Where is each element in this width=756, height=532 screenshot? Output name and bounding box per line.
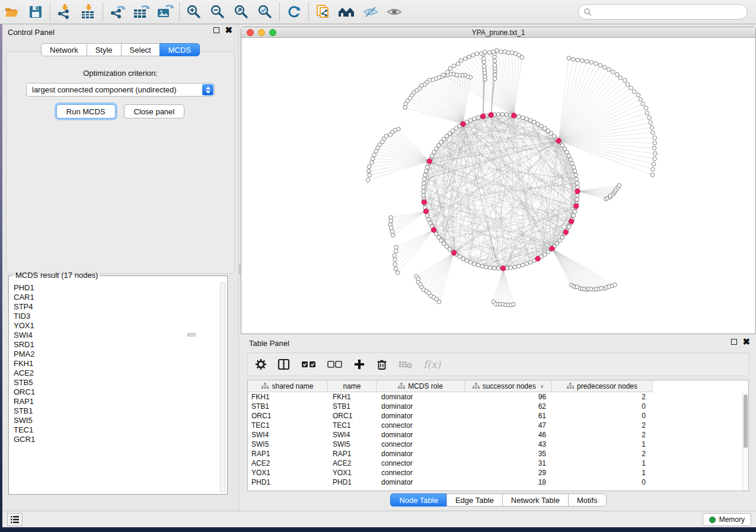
export-table-button[interactable]	[129, 2, 153, 22]
mcds-panel: Optimization criterion: largest connecte…	[6, 52, 235, 274]
deselect-all-icon[interactable]	[327, 360, 343, 369]
memory-button[interactable]: Memory	[703, 513, 751, 526]
table-row[interactable]: ACE2ACE2connector311	[248, 459, 742, 468]
minimize-window-icon[interactable]	[258, 29, 265, 36]
delete-icon[interactable]	[376, 358, 388, 370]
mcds-result-item[interactable]: GCR1	[14, 435, 219, 444]
task-history-button[interactable]	[7, 513, 23, 526]
search-field[interactable]	[578, 4, 748, 20]
table-panel: Table Panel ✖	[241, 336, 756, 511]
table-cell: dominator	[377, 402, 465, 411]
mcds-list-scrollbar[interactable]	[220, 282, 225, 492]
table-row[interactable]: YOX1YOX1connector291	[248, 468, 742, 477]
table-row[interactable]: STB1STB1dominator620	[248, 402, 742, 411]
table-cell: 96	[465, 393, 552, 401]
mcds-result-item[interactable]: STB5	[14, 378, 219, 387]
criterion-select[interactable]: largest connected component (undirected)	[26, 83, 215, 97]
table-scrollbar[interactable]	[742, 392, 748, 491]
mcds-result-item[interactable]: FKH1	[14, 359, 219, 368]
table-cell: 62	[465, 402, 552, 411]
run-mcds-button[interactable]: Run MCDS	[56, 104, 116, 118]
column-header-name[interactable]: name	[328, 380, 377, 392]
control-panel-title: Control Panel	[8, 28, 55, 37]
first-neighbors-button[interactable]	[335, 2, 359, 22]
float-panel-icon[interactable]	[213, 27, 219, 33]
add-column-icon[interactable]	[353, 358, 365, 370]
table-settings-gear-icon[interactable]	[255, 358, 267, 370]
export-image-button[interactable]	[153, 2, 177, 22]
mcds-result-item[interactable]: ORC1	[14, 387, 219, 397]
duplicate-network-button[interactable]	[311, 2, 335, 22]
zoom-out-button[interactable]	[206, 2, 229, 22]
table-row[interactable]: RAP1RAP1dominator352	[248, 449, 742, 459]
hide-selected-button[interactable]	[359, 2, 382, 22]
open-file-button[interactable]	[0, 2, 24, 22]
close-panel-icon[interactable]: ✖	[225, 27, 232, 33]
tab-network-table[interactable]: Network Table	[502, 493, 569, 507]
search-input[interactable]	[595, 8, 747, 17]
mcds-result-item[interactable]: CAR1	[14, 293, 219, 302]
table-row[interactable]: FKH1FKH1dominator962	[248, 392, 742, 402]
shared-column-icon	[398, 383, 405, 389]
toolbar-separator	[50, 3, 50, 21]
table-cell: SWI5	[248, 440, 328, 448]
float-table-panel-icon[interactable]	[731, 339, 737, 345]
table-cell: SWI5	[328, 440, 377, 448]
close-panel-button[interactable]: Close panel	[124, 104, 185, 118]
import-network-button[interactable]	[53, 2, 76, 22]
network-window: YPA_prune.txt_1	[241, 27, 756, 334]
maximize-window-icon[interactable]	[269, 29, 276, 36]
tab-edge-table[interactable]: Edge Table	[446, 493, 503, 507]
close-table-panel-icon[interactable]: ✖	[742, 339, 750, 345]
shared-column-icon	[567, 383, 574, 389]
close-window-icon[interactable]	[247, 29, 254, 36]
tab-node-table[interactable]: Node Table	[390, 493, 447, 507]
mcds-result-item[interactable]: RAP1	[14, 397, 219, 406]
network-title: YPA_prune.txt_1	[472, 28, 525, 37]
column-header-shared-name[interactable]: shared name	[248, 380, 328, 392]
save-session-button[interactable]	[24, 2, 47, 22]
mcds-result-item[interactable]: STB1	[14, 406, 219, 416]
tab-network[interactable]: Network	[41, 43, 87, 56]
import-table-button[interactable]	[76, 2, 100, 22]
horizontal-splitter-handle[interactable]	[187, 333, 196, 336]
tab-style[interactable]: Style	[87, 43, 122, 56]
table-row[interactable]: TEC1TEC1connector472	[248, 421, 742, 430]
mcds-result-item[interactable]: SRD1	[14, 340, 219, 350]
table-row[interactable]: SWI5SWI5connector431	[248, 440, 742, 449]
mcds-result-item[interactable]: STP4	[14, 302, 219, 312]
mcds-result-item[interactable]: TEC1	[14, 425, 219, 435]
node-table: shared name name MCDS role	[247, 380, 749, 491]
export-network-button[interactable]	[106, 2, 129, 22]
table-scrollbar-thumb[interactable]	[744, 395, 748, 448]
mcds-result-item[interactable]: PHD1	[14, 283, 219, 293]
mcds-result-item[interactable]: YOX1	[14, 321, 219, 331]
mcds-result-item[interactable]: PMA2	[14, 350, 219, 359]
show-all-button[interactable]	[382, 2, 406, 22]
select-all-icon[interactable]	[301, 360, 317, 369]
tab-mcds[interactable]: MCDS	[160, 43, 200, 56]
column-header-predecessor-nodes[interactable]: predecessor nodes	[552, 380, 653, 392]
tab-motifs[interactable]: Motifs	[568, 493, 607, 507]
refresh-button[interactable]	[282, 2, 306, 22]
zoom-in-button[interactable]	[182, 2, 206, 22]
zoom-fit-button[interactable]	[229, 2, 253, 22]
save-icon	[28, 4, 43, 20]
tab-select[interactable]: Select	[121, 43, 160, 56]
table-row[interactable]: SWI4SWI4dominator462	[248, 430, 742, 440]
network-canvas[interactable]	[241, 38, 756, 334]
eye-icon	[385, 5, 403, 19]
mcds-result-item[interactable]: TID3	[14, 312, 219, 321]
show-columns-icon[interactable]	[277, 358, 291, 370]
zoom-selected-button[interactable]	[253, 2, 277, 22]
network-titlebar[interactable]: YPA_prune.txt_1	[241, 27, 755, 38]
table-row[interactable]: PHD1PHD1dominator180	[248, 477, 742, 487]
table-row[interactable]: ORC1ORC1dominator610	[248, 411, 742, 421]
mcds-result-list[interactable]: PHD1CAR1STP4TID3YOX1SWI4SRD1PMA2FKH1ACE2…	[9, 281, 219, 493]
column-header-successor-nodes[interactable]: successor nodes ∨	[465, 380, 552, 392]
table-cell: PHD1	[328, 478, 377, 486]
mcds-result-item[interactable]: ACE2	[14, 368, 219, 378]
mcds-result-item[interactable]: SWI5	[14, 416, 219, 425]
column-header-mcds-role[interactable]: MCDS role	[377, 380, 465, 392]
table-cell: 2	[552, 450, 653, 458]
